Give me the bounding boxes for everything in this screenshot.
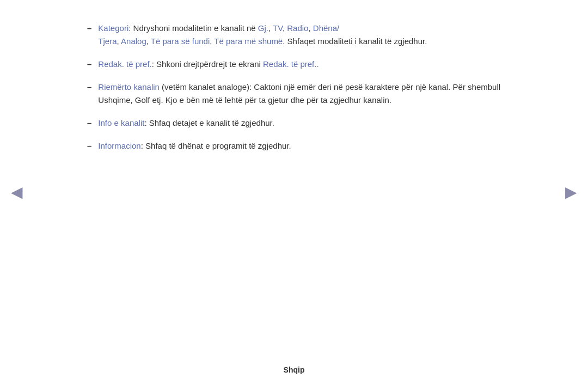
text-info: : Shfaq detajet e kanalit të zgjedhur.	[144, 118, 274, 127]
list-item: – Riemërto kanalin (vetëm kanalet analog…	[87, 81, 501, 107]
label-radio: Radio	[287, 23, 308, 33]
content-area: – Kategori: Ndryshoni modalitetin e kana…	[0, 0, 588, 359]
list-item: – Informacion: Shfaq të dhënat e program…	[87, 139, 501, 153]
item-text-informacion: Informacion: Shfaq të dhënat e programit…	[98, 139, 501, 153]
feature-list: – Kategori: Ndryshoni modalitetin e kana…	[87, 22, 501, 153]
label-redak: Redak. të pref.	[98, 59, 151, 69]
list-dash: –	[87, 81, 91, 94]
text-kategori-1: : Ndryshoni modalitetin e kanalit në	[128, 23, 258, 33]
label-redak-2: Redak. të pref..	[263, 59, 319, 69]
label-gj: Gj.	[258, 23, 268, 33]
list-dash: –	[87, 117, 91, 130]
text-kategori-4: ,	[308, 23, 313, 33]
label-te-para-shume: Të para më shumë	[214, 36, 283, 46]
label-tv: TV	[273, 23, 283, 33]
text-kategori-6: ,	[146, 36, 151, 46]
text-informacion: : Shfaq të dhënat e programit të zgjedhu…	[141, 141, 291, 150]
label-kategori: Kategori	[98, 23, 128, 33]
list-dash: –	[87, 58, 91, 71]
text-kategori-2: ,	[268, 23, 273, 33]
label-riememrto: Riemërto kanalin	[98, 82, 160, 92]
list-dash: –	[87, 139, 91, 153]
text-kategori-5: ,	[117, 36, 121, 46]
item-text-kategori: Kategori: Ndryshoni modalitetin e kanali…	[98, 22, 501, 48]
text-redak-1: : Shkoni drejtpërdrejt te ekrani	[152, 59, 263, 69]
label-info: Info e kanalit	[98, 118, 144, 127]
label-informacion: Informacion	[98, 141, 140, 150]
list-item: – Info e kanalit: Shfaq detajet e kanali…	[87, 117, 501, 130]
page-container: ◀ ▶ – Kategori: Ndryshoni modalitetin e …	[0, 0, 588, 384]
text-kategori-3: ,	[283, 23, 287, 33]
text-kategori-8: . Shfaqet modaliteti i kanalit të zgjedh…	[283, 36, 427, 46]
list-item: – Kategori: Ndryshoni modalitetin e kana…	[87, 22, 501, 48]
item-text-redak: Redak. të pref.: Shkoni drejtpërdrejt te…	[98, 58, 501, 71]
footer-language: Shqip	[284, 365, 305, 374]
item-text-riememrto: Riemërto kanalin (vetëm kanalet analoge)…	[98, 81, 501, 107]
label-analog: Analog	[121, 36, 146, 46]
list-item: – Redak. të pref.: Shkoni drejtpërdrejt …	[87, 58, 501, 71]
footer: Shqip	[0, 359, 588, 384]
list-dash: –	[87, 22, 91, 35]
item-text-info: Info e kanalit: Shfaq detajet e kanalit …	[98, 117, 501, 130]
label-te-para-fundi: Të para së fundi	[151, 36, 210, 46]
